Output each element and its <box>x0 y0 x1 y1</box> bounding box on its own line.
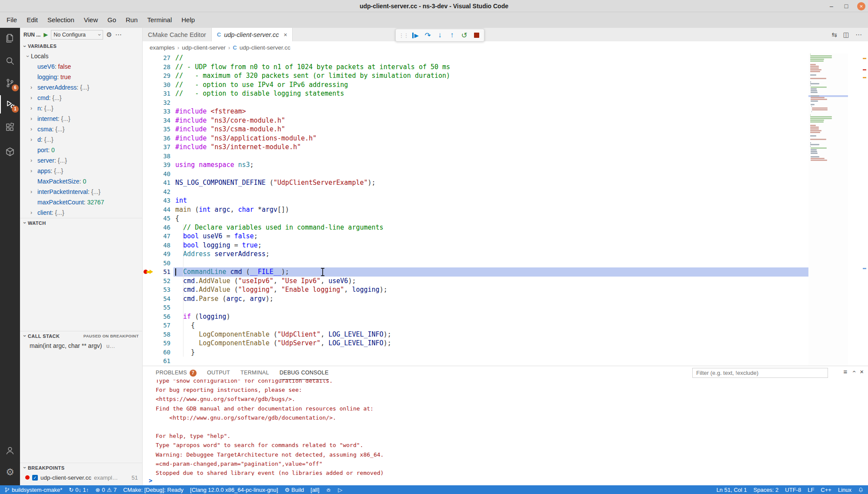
status-cmake-status[interactable]: CMake: [Debug]: Ready <box>123 487 184 493</box>
close-panel-icon[interactable]: × <box>860 368 864 375</box>
code-line-56[interactable]: 56 if (logging) <box>143 312 808 321</box>
gutter-glyph-margin[interactable] <box>143 89 154 98</box>
code-line-47[interactable]: 47 bool useV6 = false; <box>143 232 808 241</box>
code-line-45[interactable]: 45{ <box>143 214 808 223</box>
debug-config-dropdown[interactable]: No Configura › <box>51 30 103 40</box>
step-out-icon[interactable]: ↑ <box>447 30 457 40</box>
breakpoints-section-header[interactable]: › BREAKPOINTS <box>20 463 142 472</box>
code-line-42[interactable]: 42 <box>143 187 808 197</box>
variable-maxPacketCount[interactable]: maxPacketCount:32767 <box>20 197 142 207</box>
gutter-glyph-margin[interactable] <box>143 232 154 241</box>
run-and-debug-icon[interactable]: 1 <box>0 95 20 113</box>
menu-item-go[interactable]: Go <box>103 12 121 28</box>
variable-useV6[interactable]: useV6:false <box>20 61 142 72</box>
variable-d[interactable]: ›d:{...} <box>20 134 142 145</box>
breakpoint-item[interactable]: ✓ udp-client-server.cc exampl… 51 <box>20 472 142 483</box>
gutter-glyph-margin[interactable] <box>143 63 154 72</box>
code-line-27[interactable]: 27// <box>143 53 808 63</box>
maximize-icon[interactable]: □ <box>842 3 850 10</box>
status-git-branch[interactable]: buildsystem-cmake* <box>4 487 62 493</box>
gutter-glyph-margin[interactable] <box>143 98 154 107</box>
status-cmake-debug[interactable] <box>326 487 331 493</box>
more-actions-icon[interactable]: ⋯ <box>855 31 862 39</box>
code-line-60[interactable]: 60 } <box>143 348 808 357</box>
code-line-39[interactable]: 39using namespace ns3; <box>143 160 808 170</box>
extensions-icon[interactable] <box>0 118 20 137</box>
more-actions-icon[interactable]: ⋯ <box>115 31 122 39</box>
gutter-glyph-margin[interactable] <box>143 214 154 223</box>
gutter-glyph-margin[interactable] <box>143 303 154 312</box>
breadcrumb-item-udp-client-server[interactable]: udp-client-server <box>182 44 226 51</box>
status-git-sync[interactable]: ↻0↓ 1↑ <box>69 487 89 493</box>
gutter-glyph-margin[interactable] <box>143 330 154 339</box>
close-tab-icon[interactable]: × <box>284 31 287 38</box>
gutter-glyph-margin[interactable] <box>143 277 154 286</box>
code-line-52[interactable]: 52 cmd.AddValue ("useIpv6", "Use Ipv6", … <box>143 277 808 286</box>
status-encoding[interactable]: UTF-8 <box>785 487 801 493</box>
menu-item-help[interactable]: Help <box>177 12 200 28</box>
stop-icon[interactable] <box>471 30 482 40</box>
status-remote-os[interactable]: Linux <box>838 487 851 493</box>
gutter-glyph-margin[interactable] <box>143 205 154 214</box>
variable-interPacketInterval[interactable]: ›interPacketInterval:{...} <box>20 187 142 197</box>
gutter-glyph-margin[interactable] <box>143 241 154 250</box>
status-notifications[interactable] <box>858 487 864 493</box>
status-cmake-build[interactable]: ⚙Build <box>284 487 304 493</box>
status-cmake-launch[interactable]: ▷ <box>338 487 342 493</box>
gutter-glyph-margin[interactable] <box>143 178 154 187</box>
gutter-glyph-margin[interactable] <box>143 125 154 134</box>
panel-tab-problems[interactable]: PROBLEMS7 <box>156 367 197 379</box>
gutter-glyph-margin[interactable] <box>143 357 154 366</box>
maximize-panel-icon[interactable]: › <box>850 370 857 373</box>
breadcrumb-item-udp-client-server.cc[interactable]: udp-client-server.cc <box>240 44 290 51</box>
stack-frame-main[interactable]: main(int argc, char ** argv) u… <box>20 340 142 351</box>
code-line-33[interactable]: 33#include <fstream> <box>143 107 808 116</box>
variable-internet[interactable]: ›internet:{...} <box>20 113 142 124</box>
gutter-glyph-margin[interactable] <box>143 160 154 170</box>
code-line-34[interactable]: 34#include "ns3/core-module.h" <box>143 116 808 125</box>
menu-item-terminal[interactable]: Terminal <box>143 12 177 28</box>
locals-group[interactable]: › Locals <box>20 51 142 61</box>
variable-cmd[interactable]: ›cmd:{...} <box>20 93 142 103</box>
debug-console-prompt[interactable]: > <box>149 477 152 484</box>
gutter-glyph-margin[interactable] <box>143 71 154 80</box>
breakpoint-checkbox[interactable]: ✓ <box>32 475 38 481</box>
gutter-glyph-margin[interactable] <box>143 116 154 125</box>
variable-serverAddress[interactable]: ›serverAddress:{...} <box>20 82 142 93</box>
code-line-43[interactable]: 43int <box>143 196 808 205</box>
split-editor-icon[interactable]: ◫ <box>843 31 849 39</box>
tab-cmake-cache-editor[interactable]: CMake Cache Editor <box>143 28 212 41</box>
code-line-31[interactable]: 31// - option to disable logging stateme… <box>143 89 808 98</box>
gutter-glyph-margin[interactable] <box>143 339 154 348</box>
minimap[interactable] <box>808 53 848 366</box>
console-filter-input[interactable] <box>692 368 828 378</box>
breadcrumb-item-examples[interactable]: examples <box>150 44 175 51</box>
explorer-icon[interactable] <box>0 29 20 47</box>
step-into-icon[interactable]: ↓ <box>434 30 445 40</box>
gutter-glyph-margin[interactable] <box>143 143 154 152</box>
status-problems[interactable]: ⊗0⚠7 <box>95 487 117 493</box>
code-editor[interactable]: 27//28// - UDP flow from n0 to n1 of 102… <box>143 53 808 366</box>
status-cmake-target[interactable]: [all] <box>310 487 319 493</box>
gutter-glyph-margin[interactable] <box>143 285 154 294</box>
variable-MaxPacketSize[interactable]: MaxPacketSize:0 <box>20 176 142 187</box>
code-line-35[interactable]: 35#include "ns3/csma-module.h" <box>143 125 808 134</box>
source-control-icon[interactable]: 6 <box>0 74 20 92</box>
code-line-49[interactable]: 49 Address serverAddress; <box>143 250 808 259</box>
code-line-28[interactable]: 28// - UDP flow from n0 to n1 of 1024 by… <box>143 63 808 72</box>
code-line-59[interactable]: 59 LogComponentEnable ("UdpServer", LOG_… <box>143 339 808 348</box>
code-line-55[interactable]: 55 <box>143 303 808 312</box>
tab-udp-client-server-cc[interactable]: Cudp-client-server.cc× <box>212 28 293 41</box>
open-changes-icon[interactable]: ⇆ <box>831 31 837 39</box>
panel-tab-debug-console[interactable]: DEBUG CONSOLE <box>280 367 329 380</box>
status-indentation[interactable]: Spaces: 2 <box>754 487 779 493</box>
code-line-53[interactable]: 53 cmd.AddValue ("logging", "Enable logg… <box>143 285 808 294</box>
code-line-51[interactable]: 51 CommandLine cmd (__FILE__); <box>143 267 808 277</box>
code-line-37[interactable]: 37#include "ns3/internet-module.h" <box>143 143 808 152</box>
minimize-icon[interactable]: – <box>828 3 835 10</box>
status-cmake-kit[interactable]: [Clang 12.0.0 x86_64-pc-linux-gnu] <box>190 487 278 493</box>
menu-item-selection[interactable]: Selection <box>43 12 79 28</box>
code-line-48[interactable]: 48 bool logging = true; <box>143 241 808 250</box>
code-line-46[interactable]: 46 // Declare variables used in command-… <box>143 223 808 232</box>
call-stack-section-header[interactable]: › CALL STACK PAUSED ON BREAKPOINT <box>20 331 142 340</box>
